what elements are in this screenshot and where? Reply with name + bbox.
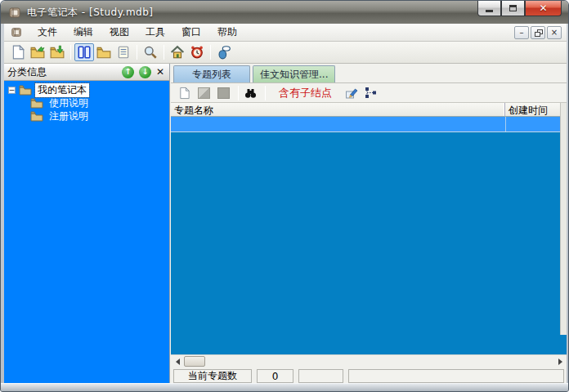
menu-file[interactable]: 文件 bbox=[29, 23, 65, 42]
main-panel: 专题列表 佳文知识管理... 含有子结点 bbox=[171, 64, 567, 385]
category-panel-title: 分类信息 bbox=[7, 65, 47, 79]
mdi-close-button[interactable]: × bbox=[547, 26, 562, 39]
tab-topic-list[interactable]: 专题列表 bbox=[173, 65, 250, 82]
status-topic-count-label: 当前专题数 bbox=[173, 369, 252, 383]
app-window: 电子笔记本 - [Study.mdb] ✕ 文件 编辑 视图 工具 窗口 帮助 … bbox=[0, 0, 569, 392]
tree-item-root[interactable]: − 我的笔记本 bbox=[4, 83, 169, 96]
selected-empty-row[interactable] bbox=[171, 117, 567, 132]
toolbar-separator bbox=[164, 45, 164, 60]
category-tree: − 我的笔记本 使用说明 bbox=[4, 81, 169, 385]
search-button[interactable] bbox=[141, 43, 160, 61]
right-arrow-icon bbox=[558, 359, 562, 365]
status-cell-empty bbox=[298, 369, 343, 383]
minimize-button[interactable] bbox=[477, 1, 501, 16]
tree-item-my-notebook[interactable]: 我的笔记本 bbox=[35, 83, 89, 97]
edit-button[interactable] bbox=[343, 86, 360, 100]
mdi-window-controls: – × bbox=[514, 26, 562, 39]
notes-list-icon bbox=[116, 45, 131, 60]
disabled-block-button bbox=[215, 86, 231, 100]
mdi-restore-button[interactable] bbox=[531, 26, 545, 39]
tree-item-registration-notes[interactable]: 注册说明 bbox=[47, 109, 91, 123]
restore-icon bbox=[535, 29, 542, 36]
window-title: 电子笔记本 - [Study.mdb] bbox=[27, 6, 154, 20]
menu-view[interactable]: 视图 bbox=[101, 23, 137, 42]
content-area: 分类信息 ↑ ↓ ✕ − 我的笔记本 bbox=[4, 64, 567, 385]
menu-tools[interactable]: 工具 bbox=[137, 23, 173, 42]
search-icon bbox=[143, 45, 158, 60]
scroll-left-button[interactable] bbox=[171, 356, 184, 368]
move-down-button[interactable]: ↓ bbox=[139, 66, 151, 78]
folder-icon bbox=[30, 110, 43, 122]
minimize-icon bbox=[486, 10, 493, 12]
open-folder-icon bbox=[96, 45, 111, 60]
view-panels-button[interactable] bbox=[74, 43, 94, 61]
notebook-app-icon bbox=[8, 6, 22, 20]
folder-icon bbox=[19, 84, 32, 96]
menu-bar: 文件 编辑 视图 工具 窗口 帮助 – × bbox=[4, 24, 567, 42]
import-button[interactable] bbox=[47, 43, 67, 61]
open-file-button[interactable] bbox=[28, 43, 47, 61]
new-document-icon bbox=[11, 45, 25, 60]
toolbar-separator bbox=[137, 45, 137, 60]
notebook-icon bbox=[11, 26, 23, 38]
home-icon bbox=[170, 45, 185, 60]
folder-icon bbox=[30, 97, 43, 109]
category-panel-header: 分类信息 ↑ ↓ ✕ bbox=[4, 64, 169, 81]
menu-help[interactable]: 帮助 bbox=[209, 23, 245, 42]
home-button[interactable] bbox=[168, 43, 187, 61]
mdi-minimize-button[interactable]: – bbox=[514, 26, 529, 39]
toolbar-separator bbox=[70, 45, 71, 60]
move-up-button[interactable]: ↑ bbox=[122, 66, 134, 78]
has-child-nodes-label[interactable]: 含有子结点 bbox=[279, 86, 332, 100]
view-panels-icon bbox=[77, 45, 92, 60]
alarm-button[interactable] bbox=[187, 43, 207, 61]
tree-nodes-button[interactable] bbox=[363, 86, 379, 100]
new-topic-button[interactable] bbox=[176, 86, 192, 100]
column-topic-name[interactable]: 专题名称 bbox=[171, 103, 505, 116]
topic-list-body[interactable] bbox=[171, 132, 567, 354]
tab-knowledge-management[interactable]: 佳文知识管理... bbox=[253, 65, 335, 82]
title-bar[interactable]: 电子笔记本 - [Study.mdb] ✕ bbox=[1, 1, 569, 24]
binoculars-icon bbox=[244, 87, 258, 100]
window-controls: ✕ bbox=[477, 1, 562, 16]
tree-item-usage-notes[interactable]: 使用说明 bbox=[47, 96, 91, 110]
tree-item-child[interactable]: 注册说明 bbox=[4, 109, 169, 122]
tree-collapse-icon[interactable]: − bbox=[8, 87, 16, 94]
main-toolbar bbox=[4, 42, 567, 64]
status-cell-empty bbox=[348, 369, 564, 383]
close-button[interactable]: ✕ bbox=[525, 1, 562, 16]
scrollbar-thumb[interactable] bbox=[184, 356, 205, 367]
alarm-clock-icon bbox=[190, 45, 204, 60]
column-divider bbox=[505, 117, 506, 131]
new-page-icon bbox=[178, 87, 190, 100]
notes-button[interactable] bbox=[114, 43, 133, 61]
vertical-scrollbar[interactable] bbox=[560, 103, 567, 335]
tree-item-child[interactable]: 使用说明 bbox=[4, 96, 169, 109]
tree-nodes-icon bbox=[365, 87, 378, 100]
menu-edit[interactable]: 编辑 bbox=[65, 23, 101, 42]
find-button[interactable] bbox=[242, 86, 258, 100]
toolbar-separator bbox=[210, 45, 211, 60]
key-icon bbox=[217, 45, 231, 60]
open-file-icon bbox=[30, 45, 45, 60]
maximize-icon bbox=[509, 5, 517, 11]
scroll-right-button[interactable] bbox=[553, 356, 567, 368]
category-panel: 分类信息 ↑ ↓ ✕ − 我的笔记本 bbox=[4, 64, 170, 385]
toolbar-separator bbox=[265, 86, 266, 100]
tab-bar: 专题列表 佳文知识管理... bbox=[171, 64, 567, 83]
status-topic-count-value: 0 bbox=[257, 369, 293, 383]
column-created-time[interactable]: 创建时间 bbox=[505, 103, 567, 116]
status-bar: 当前专题数 0 bbox=[171, 368, 567, 385]
topic-toolbar: 含有子结点 bbox=[171, 83, 567, 103]
table-header: 专题名称 创建时间 bbox=[171, 103, 567, 117]
open-folder-button[interactable] bbox=[94, 43, 114, 61]
maximize-button[interactable] bbox=[501, 1, 525, 16]
panel-close-button[interactable]: ✕ bbox=[156, 67, 164, 77]
key-button[interactable] bbox=[214, 43, 234, 61]
horizontal-scrollbar[interactable] bbox=[171, 354, 567, 368]
disabled-tool-icon bbox=[198, 87, 210, 99]
new-document-button[interactable] bbox=[8, 43, 28, 61]
import-folder-icon bbox=[50, 45, 65, 60]
menu-window[interactable]: 窗口 bbox=[173, 23, 209, 42]
window-bottom-frame bbox=[1, 383, 569, 391]
